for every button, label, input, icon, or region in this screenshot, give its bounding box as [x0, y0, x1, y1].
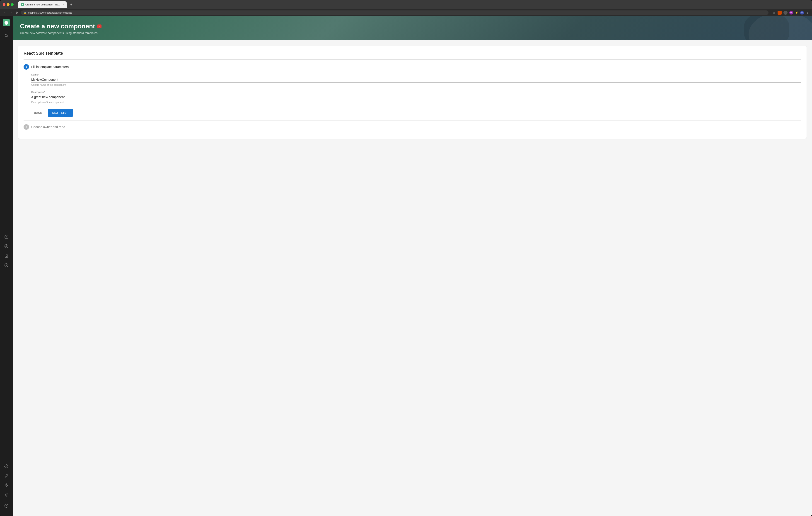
sidebar-item-home[interactable]: [2, 233, 10, 241]
address-bar[interactable]: 🔒 localhost:3000/create/react-ssr-templa…: [21, 10, 768, 15]
sidebar-item-catalog[interactable]: [2, 252, 10, 260]
app-logo: [3, 19, 10, 26]
step-1-number: 1: [24, 64, 29, 70]
step-2-number: 2: [24, 124, 29, 130]
step-2: 2 Choose owner and repo: [24, 124, 801, 130]
tab-favicon: [21, 3, 24, 6]
step-1-actions: BACK NEXT STEP: [31, 109, 801, 117]
step-1-header: 1 Fill in template parameters: [24, 64, 801, 70]
url-text: localhost:3000/create/react-ssr-template: [28, 11, 72, 14]
extension-icon-2[interactable]: [783, 11, 787, 15]
alpha-badge: α: [97, 25, 102, 28]
page-header: Create a new component α Create new soft…: [13, 16, 812, 40]
sidebar-bottom: [2, 490, 10, 513]
back-nav-button[interactable]: ←: [3, 10, 8, 15]
sidebar-item-info[interactable]: [2, 502, 10, 510]
description-hint: Description of the component: [31, 101, 801, 104]
forward-nav-button[interactable]: →: [9, 10, 13, 15]
name-input[interactable]: [31, 77, 801, 83]
app-container: Create a new component α Create new soft…: [0, 16, 812, 516]
svg-point-0: [5, 34, 7, 37]
browser-addressbar: ← → ↻ 🔒 localhost:3000/create/react-ssr-…: [0, 9, 812, 16]
step-2-label: Choose owner and repo: [31, 125, 65, 129]
svg-point-1: [5, 245, 8, 248]
description-field-group: Description* Description of the componen…: [31, 91, 801, 104]
menu-icon[interactable]: ⋮: [806, 11, 809, 15]
browser-toolbar-right: ☆ M ⚡ B ⋮: [772, 11, 809, 15]
browser-titlebar: Create a new component | Ba... × +: [0, 0, 812, 9]
svg-point-8: [6, 466, 7, 467]
svg-marker-2: [6, 246, 7, 247]
browser-tab-bar: Create a new component | Ba... × +: [18, 1, 75, 8]
main-content: Create a new component α Create new soft…: [13, 16, 812, 516]
name-hint: Unique name of the component: [31, 83, 801, 86]
step-2-header: 2 Choose owner and repo: [24, 124, 801, 130]
extension-icon-1[interactable]: [778, 11, 782, 15]
close-button[interactable]: [3, 3, 5, 6]
next-step-button[interactable]: NEXT STEP: [48, 109, 73, 117]
traffic-lights: [3, 3, 13, 6]
name-field-group: Name* Unique name of the component: [31, 73, 801, 86]
back-button[interactable]: BACK: [31, 109, 45, 116]
nav-buttons: ← → ↻: [3, 10, 19, 15]
sidebar-item-compass[interactable]: [2, 242, 10, 250]
user-avatar[interactable]: B: [800, 11, 804, 15]
tab-title: Create a new component | Ba...: [25, 3, 60, 6]
sidebar-item-search[interactable]: [2, 31, 10, 40]
lock-icon: 🔒: [24, 11, 26, 14]
page-subtitle: Create new software components using sta…: [20, 31, 805, 35]
description-input[interactable]: [31, 94, 801, 100]
page-title-text: Create a new component: [20, 23, 95, 30]
card-title: React SSR Template: [24, 51, 801, 60]
sidebar-item-create[interactable]: [2, 261, 10, 269]
extensions-icon[interactable]: ⚡: [795, 11, 799, 15]
step-1: 1 Fill in template parameters Name* Uniq…: [24, 64, 801, 117]
description-label: Description*: [31, 91, 801, 93]
step-1-form: Name* Unique name of the component Descr…: [24, 73, 801, 117]
active-tab[interactable]: Create a new component | Ba... ×: [18, 1, 67, 8]
svg-marker-9: [5, 484, 8, 487]
name-label: Name*: [31, 73, 801, 76]
star-icon[interactable]: ☆: [772, 11, 776, 15]
minimize-button[interactable]: [7, 3, 9, 6]
sidebar-item-tools[interactable]: [2, 472, 10, 480]
step-1-label: Fill in template parameters: [31, 65, 69, 69]
sidebar-item-settings[interactable]: [2, 462, 10, 470]
new-tab-button[interactable]: +: [67, 1, 75, 8]
sidebar-item-notifications[interactable]: [2, 481, 10, 489]
svg-line-14: [7, 496, 8, 496]
content-area: React SSR Template 1 Fill in template pa…: [13, 40, 812, 516]
svg-line-18: [7, 493, 8, 494]
wizard-card: React SSR Template 1 Fill in template pa…: [18, 46, 807, 139]
profile-icon[interactable]: M: [789, 11, 793, 15]
refresh-button[interactable]: ↻: [14, 10, 19, 15]
browser-window: Create a new component | Ba... × + ← → ↻…: [0, 0, 812, 516]
maximize-button[interactable]: [11, 3, 13, 6]
sidebar-item-theme[interactable]: [2, 491, 10, 499]
tab-close-icon[interactable]: ×: [63, 3, 64, 6]
page-title: Create a new component α: [20, 23, 805, 30]
svg-point-10: [5, 494, 7, 496]
sidebar: [0, 16, 13, 516]
